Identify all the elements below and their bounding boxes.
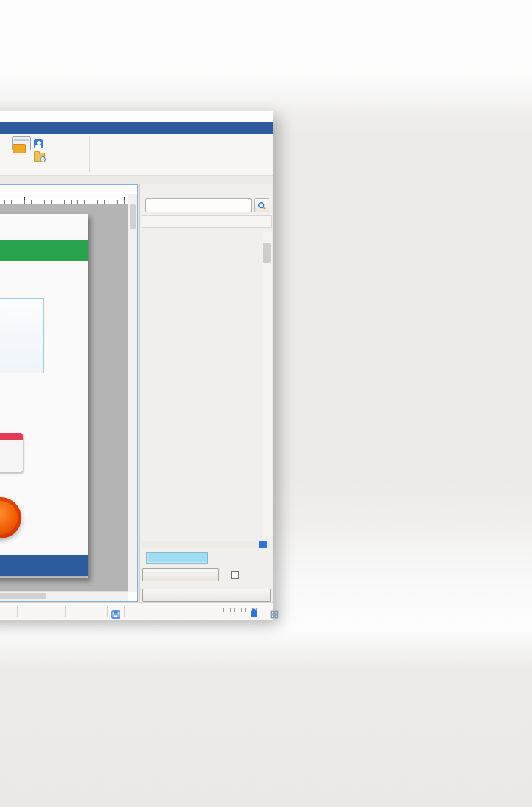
js-badge [13, 144, 26, 153]
canvas-horizontal-scrollbar[interactable] [0, 591, 128, 601]
ribbon [0, 134, 273, 176]
library-search-button[interactable] [254, 198, 269, 212]
alarm-widget[interactable] [0, 433, 23, 472]
ruler-cursor [125, 194, 125, 204]
picture-library-panel [139, 184, 273, 602]
status-bar [0, 602, 273, 620]
folder-search-icon [34, 153, 45, 162]
vscroll-thumb[interactable] [130, 204, 136, 229]
auto-checkbox[interactable] [231, 571, 239, 579]
file-browser-button[interactable] [34, 151, 48, 163]
screen [0, 0, 532, 807]
fit-view-icon[interactable] [270, 607, 279, 616]
contacts-editor-button[interactable] [34, 138, 48, 150]
library-group-label [142, 215, 272, 228]
picture-grid [140, 229, 273, 540]
canvas-workspace[interactable] [0, 204, 128, 592]
save-icon[interactable] [111, 607, 120, 616]
channel-panel-title [0, 299, 43, 306]
panel-divider [140, 586, 273, 586]
channel-list-panel[interactable] [0, 298, 44, 373]
swatch-caret-icon[interactable] [208, 552, 218, 564]
toolbar-strip [0, 176, 273, 184]
contacts-icon [34, 139, 43, 148]
library-combo[interactable] [145, 198, 252, 212]
canvas-vertical-scrollbar[interactable] [128, 194, 137, 592]
search-icon [258, 201, 266, 210]
bell-icon [0, 440, 23, 469]
design-canvas-window [0, 184, 138, 602]
js-related-icon [12, 136, 31, 150]
green-banner[interactable] [0, 240, 88, 261]
hscroll-thumb[interactable] [0, 593, 46, 599]
alarm-widget-header [0, 433, 23, 440]
horizontal-ruler [0, 194, 128, 204]
ribbon-separator [89, 136, 90, 172]
document-titlebar [0, 122, 273, 134]
library-hscroll-thumb[interactable] [259, 541, 267, 548]
state-color-swatch[interactable] [146, 552, 208, 564]
window-content [0, 184, 273, 602]
library-vertical-scrollbar[interactable] [262, 232, 272, 536]
library-horizontal-scrollbar[interactable] [142, 541, 271, 548]
set-to-all-states-button[interactable] [142, 568, 219, 581]
record-button[interactable] [0, 497, 21, 538]
timestamp-bar[interactable] [0, 555, 88, 576]
hmi-page[interactable] [0, 214, 88, 578]
library-vscroll-thumb[interactable] [263, 243, 271, 263]
titlebar [0, 111, 273, 122]
editor-window [0, 111, 273, 619]
remove-picture-button[interactable] [142, 589, 271, 602]
